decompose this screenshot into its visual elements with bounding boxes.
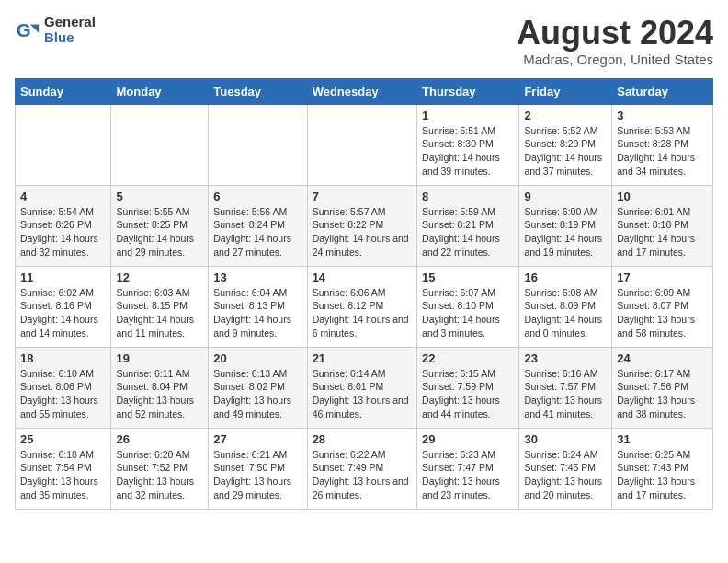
day-cell: 30Sunrise: 6:24 AM Sunset: 7:45 PM Dayli… <box>519 428 612 509</box>
day-cell: 5Sunrise: 5:55 AM Sunset: 8:25 PM Daylig… <box>111 185 209 266</box>
day-info: Sunrise: 6:13 AM Sunset: 8:02 PM Dayligh… <box>213 368 291 419</box>
day-cell: 7Sunrise: 5:57 AM Sunset: 8:22 PM Daylig… <box>307 185 416 266</box>
day-number: 12 <box>116 270 203 284</box>
day-cell: 21Sunrise: 6:14 AM Sunset: 8:01 PM Dayli… <box>307 347 416 428</box>
day-number: 22 <box>422 351 514 365</box>
day-cell: 3Sunrise: 5:53 AM Sunset: 8:28 PM Daylig… <box>612 104 713 185</box>
logo-general-text: General <box>44 15 96 30</box>
calendar-body: 1Sunrise: 5:51 AM Sunset: 8:30 PM Daylig… <box>16 104 713 509</box>
week-row-5: 25Sunrise: 6:18 AM Sunset: 7:54 PM Dayli… <box>16 428 713 509</box>
week-row-4: 18Sunrise: 6:10 AM Sunset: 8:06 PM Dayli… <box>16 347 713 428</box>
day-number: 25 <box>20 432 106 446</box>
day-cell: 12Sunrise: 6:03 AM Sunset: 8:15 PM Dayli… <box>111 266 209 347</box>
svg-marker-1 <box>30 24 39 32</box>
day-number: 3 <box>617 109 708 122</box>
day-number: 19 <box>116 351 203 365</box>
header-day-tuesday: Tuesday <box>209 78 307 104</box>
day-info: Sunrise: 6:16 AM Sunset: 7:57 PM Dayligh… <box>524 368 602 419</box>
day-info: Sunrise: 5:51 AM Sunset: 8:30 PM Dayligh… <box>422 125 500 177</box>
day-info: Sunrise: 6:18 AM Sunset: 7:54 PM Dayligh… <box>20 449 98 500</box>
day-number: 27 <box>213 432 301 446</box>
day-number: 31 <box>617 432 708 446</box>
day-cell: 2Sunrise: 5:52 AM Sunset: 8:29 PM Daylig… <box>519 104 612 185</box>
day-number: 4 <box>20 190 106 203</box>
day-cell: 24Sunrise: 6:17 AM Sunset: 7:56 PM Dayli… <box>612 347 713 428</box>
day-number: 2 <box>524 109 607 122</box>
day-cell: 28Sunrise: 6:22 AM Sunset: 7:49 PM Dayli… <box>307 428 416 509</box>
day-number: 1 <box>422 109 514 122</box>
day-number: 28 <box>313 432 412 446</box>
day-info: Sunrise: 6:20 AM Sunset: 7:52 PM Dayligh… <box>116 449 194 500</box>
day-info: Sunrise: 5:53 AM Sunset: 8:28 PM Dayligh… <box>617 125 695 177</box>
week-row-1: 1Sunrise: 5:51 AM Sunset: 8:30 PM Daylig… <box>16 104 713 185</box>
calendar-title: August 2024 <box>517 15 713 52</box>
day-cell: 6Sunrise: 5:56 AM Sunset: 8:24 PM Daylig… <box>209 185 307 266</box>
day-cell <box>16 104 111 185</box>
day-info: Sunrise: 6:21 AM Sunset: 7:50 PM Dayligh… <box>213 449 291 500</box>
day-number: 7 <box>313 190 412 203</box>
day-number: 16 <box>524 270 607 284</box>
day-info: Sunrise: 6:01 AM Sunset: 8:18 PM Dayligh… <box>617 206 695 258</box>
day-info: Sunrise: 5:57 AM Sunset: 8:22 PM Dayligh… <box>313 206 409 258</box>
day-cell: 18Sunrise: 6:10 AM Sunset: 8:06 PM Dayli… <box>16 347 111 428</box>
day-info: Sunrise: 6:24 AM Sunset: 7:45 PM Dayligh… <box>524 449 602 500</box>
day-cell: 11Sunrise: 6:02 AM Sunset: 8:16 PM Dayli… <box>16 266 111 347</box>
day-cell: 25Sunrise: 6:18 AM Sunset: 7:54 PM Dayli… <box>16 428 111 509</box>
day-cell: 16Sunrise: 6:08 AM Sunset: 8:09 PM Dayli… <box>519 266 612 347</box>
calendar-header: SundayMondayTuesdayWednesdayThursdayFrid… <box>16 78 713 104</box>
day-number: 29 <box>422 432 514 446</box>
header-row: SundayMondayTuesdayWednesdayThursdayFrid… <box>16 78 713 104</box>
day-info: Sunrise: 6:00 AM Sunset: 8:19 PM Dayligh… <box>524 206 602 258</box>
day-cell: 19Sunrise: 6:11 AM Sunset: 8:04 PM Dayli… <box>111 347 209 428</box>
day-number: 21 <box>313 351 412 365</box>
day-number: 26 <box>116 432 203 446</box>
day-number: 17 <box>617 270 708 284</box>
day-number: 20 <box>213 351 301 365</box>
week-row-3: 11Sunrise: 6:02 AM Sunset: 8:16 PM Dayli… <box>16 266 713 347</box>
day-info: Sunrise: 6:06 AM Sunset: 8:12 PM Dayligh… <box>313 287 409 339</box>
day-cell: 23Sunrise: 6:16 AM Sunset: 7:57 PM Dayli… <box>519 347 612 428</box>
logo-icon: G <box>15 17 40 43</box>
day-info: Sunrise: 6:04 AM Sunset: 8:13 PM Dayligh… <box>213 287 291 339</box>
day-cell: 29Sunrise: 6:23 AM Sunset: 7:47 PM Dayli… <box>417 428 519 509</box>
day-info: Sunrise: 5:55 AM Sunset: 8:25 PM Dayligh… <box>116 206 194 258</box>
day-number: 24 <box>617 351 708 365</box>
day-cell: 26Sunrise: 6:20 AM Sunset: 7:52 PM Dayli… <box>111 428 209 509</box>
day-cell: 9Sunrise: 6:00 AM Sunset: 8:19 PM Daylig… <box>519 185 612 266</box>
day-info: Sunrise: 6:09 AM Sunset: 8:07 PM Dayligh… <box>617 287 695 339</box>
day-number: 30 <box>524 432 607 446</box>
day-number: 13 <box>213 270 301 284</box>
day-cell: 15Sunrise: 6:07 AM Sunset: 8:10 PM Dayli… <box>417 266 519 347</box>
title-area: August 2024 Madras, Oregon, United State… <box>517 15 713 67</box>
day-info: Sunrise: 6:02 AM Sunset: 8:16 PM Dayligh… <box>20 287 98 339</box>
day-info: Sunrise: 6:11 AM Sunset: 8:04 PM Dayligh… <box>116 368 194 419</box>
day-cell: 22Sunrise: 6:15 AM Sunset: 7:59 PM Dayli… <box>417 347 519 428</box>
day-number: 5 <box>116 190 203 203</box>
logo: G General Blue <box>15 15 96 45</box>
day-info: Sunrise: 6:07 AM Sunset: 8:10 PM Dayligh… <box>422 287 500 339</box>
day-cell: 20Sunrise: 6:13 AM Sunset: 8:02 PM Dayli… <box>209 347 307 428</box>
header-day-friday: Friday <box>519 78 612 104</box>
day-cell: 1Sunrise: 5:51 AM Sunset: 8:30 PM Daylig… <box>417 104 519 185</box>
day-number: 14 <box>313 270 412 284</box>
day-info: Sunrise: 5:54 AM Sunset: 8:26 PM Dayligh… <box>20 206 98 258</box>
day-number: 15 <box>422 270 514 284</box>
day-number: 23 <box>524 351 607 365</box>
day-number: 18 <box>20 351 106 365</box>
day-cell: 14Sunrise: 6:06 AM Sunset: 8:12 PM Dayli… <box>307 266 416 347</box>
day-info: Sunrise: 5:52 AM Sunset: 8:29 PM Dayligh… <box>524 125 602 177</box>
day-cell: 27Sunrise: 6:21 AM Sunset: 7:50 PM Dayli… <box>209 428 307 509</box>
day-info: Sunrise: 6:10 AM Sunset: 8:06 PM Dayligh… <box>20 368 98 419</box>
calendar-subtitle: Madras, Oregon, United States <box>517 52 713 67</box>
day-info: Sunrise: 6:03 AM Sunset: 8:15 PM Dayligh… <box>116 287 194 339</box>
header-day-sunday: Sunday <box>16 78 111 104</box>
header: G General Blue August 2024 Madras, Orego… <box>15 15 713 67</box>
day-info: Sunrise: 6:17 AM Sunset: 7:56 PM Dayligh… <box>617 368 695 419</box>
day-number: 11 <box>20 270 106 284</box>
day-info: Sunrise: 6:22 AM Sunset: 7:49 PM Dayligh… <box>313 449 409 500</box>
day-info: Sunrise: 6:08 AM Sunset: 8:09 PM Dayligh… <box>524 287 602 339</box>
day-cell: 10Sunrise: 6:01 AM Sunset: 8:18 PM Dayli… <box>612 185 713 266</box>
day-info: Sunrise: 6:25 AM Sunset: 7:43 PM Dayligh… <box>617 449 695 500</box>
day-info: Sunrise: 6:23 AM Sunset: 7:47 PM Dayligh… <box>422 449 500 500</box>
day-cell: 31Sunrise: 6:25 AM Sunset: 7:43 PM Dayli… <box>612 428 713 509</box>
